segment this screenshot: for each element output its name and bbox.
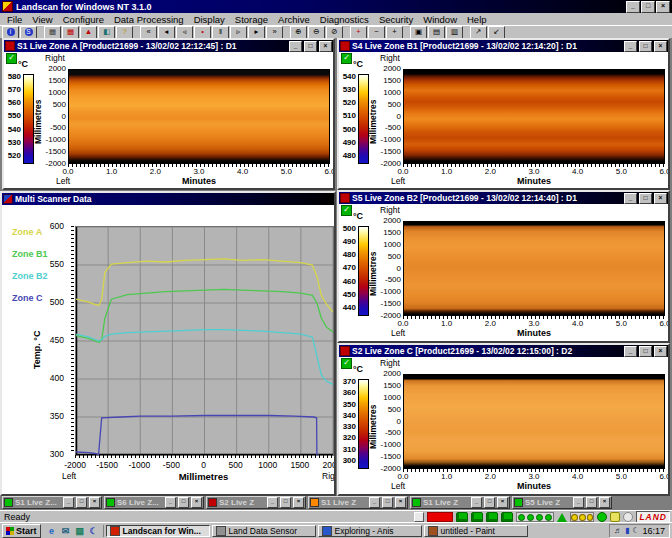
axis-tick-label: 2000 [383, 369, 401, 379]
minimized-window[interactable]: S1 Live Z_□× [410, 496, 510, 509]
close-button[interactable]: × [89, 497, 100, 508]
menu-item-window[interactable]: Window [418, 14, 462, 25]
close-button[interactable]: × [191, 497, 202, 508]
window-titlebar[interactable]: Multi Scanner Data [2, 193, 334, 205]
live-checkbox[interactable]: ✓ [6, 53, 17, 64]
close-button[interactable]: × [497, 497, 508, 508]
axis-tick-label: 500 [388, 405, 401, 415]
maximize-button[interactable]: □ [639, 41, 652, 52]
close-button[interactable]: × [293, 497, 304, 508]
task-button-exploring-anis[interactable]: Exploring - Anis [318, 525, 422, 537]
close-button[interactable]: × [654, 41, 667, 52]
window-titlebar[interactable]: S5 Live Zone B2 [Product21699 - 13/02/02… [339, 192, 668, 204]
live-checkbox[interactable]: ✓ [341, 358, 352, 369]
restore-button[interactable]: _ [369, 497, 380, 508]
menu-item-file[interactable]: File [2, 14, 27, 25]
ie-icon[interactable]: e [46, 525, 58, 537]
y-axis-ticks: 2000150010005000-500-1000-1500-2000 [42, 64, 66, 169]
clock[interactable]: 16:17 [642, 526, 665, 536]
menu-item-storage[interactable]: Storage [230, 14, 273, 25]
menu-item-display[interactable]: Display [189, 14, 230, 25]
task-button-land-data-sensor[interactable]: Land Data Sensor [212, 525, 316, 537]
close-button[interactable]: × [654, 193, 667, 204]
task-button-untitled-paint[interactable]: untitled - Paint [424, 525, 528, 537]
axis-tick-label: -500 [385, 275, 401, 285]
axis-tick-label: 1500 [383, 76, 401, 86]
maximize-button[interactable]: □ [178, 497, 189, 508]
maximize-button[interactable]: □ [280, 497, 291, 508]
maximize-button[interactable]: □ [641, 1, 655, 13]
sensor-task-icon [216, 526, 226, 536]
menu-item-data-processing[interactable]: Data Processing [109, 14, 189, 25]
axis-tick-label: 530 [8, 138, 21, 147]
menu-item-view[interactable]: View [27, 14, 57, 25]
restore-button[interactable]: _ [165, 497, 176, 508]
close-button[interactable]: × [319, 41, 332, 52]
minimized-window[interactable]: S2 Live Z_□× [206, 496, 306, 509]
maximize-button[interactable]: □ [484, 497, 495, 508]
restore-button[interactable]: _ [267, 497, 278, 508]
minimized-window-icon [208, 498, 217, 507]
task-button-landscan-for-win-[interactable]: Landscan for Win... [106, 525, 210, 537]
window-title: Multi Scanner Data [15, 194, 333, 204]
axis-tick-label: 1000 [383, 393, 401, 403]
display-icon[interactable]: ▮ [625, 526, 629, 536]
minimize-button[interactable]: _ [624, 193, 637, 204]
restore-button[interactable]: _ [63, 497, 74, 508]
menu-item-archive[interactable]: Archive [273, 14, 315, 25]
y-axis-ticks: 2000150010005000-500-1000-1500-2000 [377, 216, 401, 321]
app-titlebar[interactable]: Landscan for Windows NT 3.1.0 _ □ × [0, 0, 672, 13]
channels-icon[interactable]: ☾ [88, 525, 100, 537]
menu-item-security[interactable]: Security [374, 14, 418, 25]
mdi-area: S1 Live Zone A [Product21699 - 13/02/02 … [0, 38, 672, 510]
minimized-window[interactable]: S6 Live Z..._□× [104, 496, 204, 509]
hazard-icon [557, 513, 567, 522]
axis-tick-label: 490 [343, 138, 356, 147]
scanner-window-zone-a: S1 Live Zone A [Product21699 - 13/02/02 … [2, 38, 335, 190]
axis-tick-label: 4.0 [231, 167, 255, 176]
menu-item-diagnostics[interactable]: Diagnostics [315, 14, 374, 25]
minimized-window[interactable]: S1 Live Z..._□× [2, 496, 102, 509]
menu-item-configure[interactable]: Configure [58, 14, 109, 25]
close-button[interactable]: × [599, 497, 610, 508]
axis-tick-label: 0.0 [391, 319, 415, 328]
schedule-icon[interactable]: ☾ [632, 526, 639, 536]
maximize-button[interactable]: □ [586, 497, 597, 508]
task-label: Exploring - Anis [335, 526, 394, 536]
live-checkbox[interactable]: ✓ [341, 205, 352, 216]
minimized-window[interactable]: S5 Live Z_□× [512, 496, 612, 509]
maximize-button[interactable]: □ [76, 497, 87, 508]
maximize-button[interactable]: □ [639, 193, 652, 204]
start-button[interactable]: Start [2, 524, 41, 538]
minimize-button[interactable]: _ [624, 346, 637, 357]
minimize-button[interactable]: _ [626, 1, 640, 13]
live-checkbox[interactable]: ✓ [341, 53, 352, 64]
minimize-button[interactable]: _ [289, 41, 302, 52]
mail-icon[interactable]: ✉ [60, 525, 72, 537]
thermal-image-plot [68, 69, 330, 164]
close-button[interactable]: × [654, 346, 667, 357]
scanner-window-icon [340, 346, 350, 356]
window-titlebar[interactable]: S4 Live Zone B1 [Product21699 - 13/02/02… [339, 40, 668, 52]
minimized-window-title: S6 Live Z... [117, 498, 163, 507]
minimized-window[interactable]: S1 Live Z_□× [308, 496, 408, 509]
minimize-button[interactable]: _ [624, 41, 637, 52]
restore-button[interactable]: _ [471, 497, 482, 508]
maximize-button[interactable]: □ [382, 497, 393, 508]
close-button[interactable]: × [395, 497, 406, 508]
close-button[interactable]: × [656, 1, 670, 13]
restore-button[interactable]: _ [573, 497, 584, 508]
flag-square [10, 531, 14, 535]
axis-tick-label: 6.0 [653, 167, 668, 176]
multi-scanner-window: Multi Scanner Data Zone A Zone B1 Zone B… [0, 191, 336, 496]
window-title: S2 Live Zone C [Product21699 - 13/02/02 … [352, 346, 622, 356]
volume-icon[interactable]: ♬ [614, 526, 622, 536]
window-titlebar[interactable]: S2 Live Zone C [Product21699 - 13/02/02 … [339, 345, 668, 357]
desktop-icon[interactable]: ▤ [74, 525, 86, 537]
maximize-button[interactable]: □ [639, 346, 652, 357]
minimized-window-icon [4, 498, 13, 507]
window-titlebar[interactable]: S1 Live Zone A [Product21699 - 13/02/02 … [4, 40, 333, 52]
maximize-button[interactable]: □ [304, 41, 317, 52]
menu-item-help[interactable]: Help [462, 14, 492, 25]
axis-tick-label: 2000 [48, 64, 66, 74]
